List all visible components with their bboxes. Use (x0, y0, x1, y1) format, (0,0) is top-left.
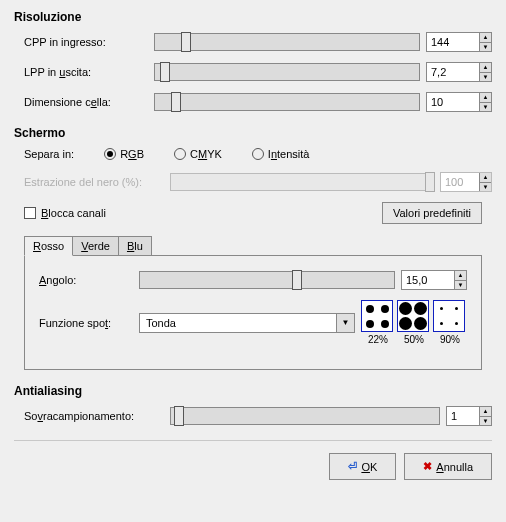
risoluzione-title: Risoluzione (14, 10, 492, 24)
cpp-slider[interactable] (154, 33, 420, 51)
ok-button[interactable]: ⏎ OK (329, 453, 396, 480)
sovra-up[interactable]: ▲ (480, 407, 491, 417)
preview-50-label: 50% (397, 334, 431, 345)
cpp-down[interactable]: ▼ (480, 43, 491, 52)
checkbox-icon (24, 207, 36, 219)
valori-predefiniti-button[interactable]: Valori predefiniti (382, 202, 482, 224)
separa-row: Separa in: RGB CMYK Intensità (24, 148, 492, 160)
sovra-slider[interactable] (170, 407, 440, 425)
radio-outer-icon (252, 148, 264, 160)
cella-spin[interactable]: ▲▼ (426, 92, 492, 112)
angolo-input[interactable] (402, 271, 454, 289)
radio-outer-icon (174, 148, 186, 160)
tab-panel-rosso: Angolo: ▲▼ Funzione spot: Tonda ▼ 22% (24, 255, 482, 370)
estrazione-spin: ▲▼ (440, 172, 492, 192)
blocca-row: Blocca canali Valori predefiniti (24, 202, 482, 224)
cancel-button[interactable]: ✖ Annulla (404, 453, 492, 480)
schermo-title: Schermo (14, 126, 492, 140)
angolo-down[interactable]: ▼ (455, 281, 466, 290)
row-estrazione: Estrazione del nero (%): ▲▼ (24, 172, 492, 192)
sovra-down[interactable]: ▼ (480, 417, 491, 426)
estrazione-input (441, 173, 479, 191)
angolo-label: Angolo: (39, 274, 133, 286)
spot-value: Tonda (140, 314, 336, 332)
cella-down[interactable]: ▼ (480, 103, 491, 112)
preview-22-label: 22% (361, 334, 395, 345)
lpp-up[interactable]: ▲ (480, 63, 491, 73)
estrazione-label: Estrazione del nero (%): (24, 176, 164, 188)
sovra-spin[interactable]: ▲▼ (446, 406, 492, 426)
ok-label: OK (361, 461, 377, 473)
cancel-label: Annulla (436, 461, 473, 473)
tab-verde[interactable]: Verde (72, 236, 119, 256)
chevron-down-icon: ▼ (336, 314, 354, 332)
radio-rgb-label: RGB (120, 148, 144, 160)
preview-90-label: 90% (433, 334, 467, 345)
cpp-spin[interactable]: ▲▼ (426, 32, 492, 52)
lpp-spin[interactable]: ▲▼ (426, 62, 492, 82)
cancel-icon: ✖ (423, 460, 432, 473)
tab-rosso[interactable]: Rosso (24, 236, 73, 256)
ok-icon: ⏎ (348, 460, 357, 473)
angolo-slider[interactable] (139, 271, 395, 289)
estrazione-slider (170, 173, 434, 191)
row-spot: Funzione spot: Tonda ▼ 22% (39, 300, 467, 345)
antialiasing-title: Antialiasing (14, 384, 492, 398)
angolo-up[interactable]: ▲ (455, 271, 466, 281)
angolo-spin[interactable]: ▲▼ (401, 270, 467, 290)
lpp-label: LPP in uscita: (24, 66, 148, 78)
lpp-input[interactable] (427, 63, 479, 81)
tab-blu[interactable]: Blu (118, 236, 152, 256)
radio-cmyk-label: CMYK (190, 148, 222, 160)
lpp-slider[interactable] (154, 63, 420, 81)
radio-intensita[interactable]: Intensità (252, 148, 310, 160)
radio-cmyk[interactable]: CMYK (174, 148, 222, 160)
section-risoluzione: Risoluzione CPP in ingresso: ▲▼ LPP in u… (14, 10, 492, 112)
cella-slider[interactable] (154, 93, 420, 111)
radio-outer-icon (104, 148, 116, 160)
row-sovra: Sovracampionamento: ▲▼ (24, 406, 492, 426)
blocca-checkbox[interactable]: Blocca canali (24, 207, 106, 219)
row-cella: Dimensione cella: ▲▼ (24, 92, 492, 112)
row-angolo: Angolo: ▲▼ (39, 270, 467, 290)
dialog-buttons: ⏎ OK ✖ Annulla (14, 453, 492, 480)
separa-label: Separa in: (24, 148, 74, 160)
spot-previews: 22% 50% 90% (361, 300, 467, 345)
section-antialiasing: Antialiasing Sovracampionamento: ▲▼ (14, 384, 492, 426)
cella-up[interactable]: ▲ (480, 93, 491, 103)
cella-input[interactable] (427, 93, 479, 111)
preview-22[interactable] (361, 300, 393, 332)
sovra-input[interactable] (447, 407, 479, 425)
separator (14, 440, 492, 441)
section-schermo: Schermo Separa in: RGB CMYK Intensità Es… (14, 126, 492, 370)
cpp-label: CPP in ingresso: (24, 36, 148, 48)
row-lpp: LPP in uscita: ▲▼ (24, 62, 492, 82)
preview-90[interactable] (433, 300, 465, 332)
cpp-input[interactable] (427, 33, 479, 51)
cpp-up[interactable]: ▲ (480, 33, 491, 43)
blocca-label: Blocca canali (41, 207, 106, 219)
spot-select[interactable]: Tonda ▼ (139, 313, 355, 333)
cella-label: Dimensione cella: (24, 96, 148, 108)
radio-intensita-label: Intensità (268, 148, 310, 160)
channel-tabs: Rosso Verde Blu (24, 236, 492, 256)
radio-rgb[interactable]: RGB (104, 148, 144, 160)
sovra-label: Sovracampionamento: (24, 410, 164, 422)
spot-label: Funzione spot: (39, 317, 133, 329)
lpp-down[interactable]: ▼ (480, 73, 491, 82)
preview-50[interactable] (397, 300, 429, 332)
row-cpp: CPP in ingresso: ▲▼ (24, 32, 492, 52)
